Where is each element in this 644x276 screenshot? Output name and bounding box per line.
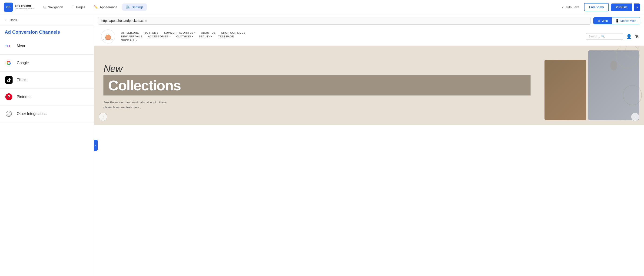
publish-button[interactable]: Publish — [611, 3, 632, 11]
site-nav-beauty[interactable]: BEAUTY ▾ — [199, 35, 212, 38]
logo-icon: CS — [4, 2, 13, 12]
svg-point-6 — [10, 115, 11, 116]
site-nav-clothing[interactable]: CLOTHING ▾ — [176, 35, 194, 38]
sidebar-item-tiktok-label: Tiktok — [17, 78, 26, 82]
site-nav-shop-lives[interactable]: SHOP OUR LIVES — [221, 31, 246, 34]
sidebar-item-google-label: Google — [17, 61, 29, 65]
mobile-view-label: Mobile Web — [620, 19, 636, 22]
hero-collections-text: Collections — [108, 77, 526, 94]
site-logo: PEACHES & POCKETS — [99, 29, 118, 43]
google-icon — [5, 59, 13, 67]
hero-images — [540, 46, 644, 125]
hero-description: Feel the modern and minimalist vibe with… — [104, 100, 173, 110]
logo-title: site creator — [15, 4, 34, 7]
preview-area: 🖥 Web 📱 Mobile Web — [94, 14, 644, 276]
url-bar: 🖥 Web 📱 Mobile Web — [94, 14, 644, 27]
site-nav-accessories[interactable]: ACCESSORIES ▾ — [148, 35, 171, 38]
hero-image-1 — [544, 60, 586, 120]
nav-item-settings-label: Settings — [132, 5, 144, 9]
web-view-button[interactable]: 🖥 Web — [594, 17, 612, 24]
nav-item-navigation[interactable]: ⊞ Navigation — [40, 3, 66, 11]
view-toggle: 🖥 Web 📱 Mobile Web — [593, 17, 640, 24]
svg-point-3 — [7, 112, 8, 113]
sidebar-item-meta-label: Meta — [17, 44, 25, 48]
site-nav-bottoms[interactable]: BOTTOMS — [144, 31, 158, 34]
other-integrations-icon — [5, 110, 13, 118]
auto-save-check-icon: ✓ — [562, 5, 564, 9]
appearance-icon: ✏️ — [94, 5, 98, 9]
sidebar-item-pinterest[interactable]: P Pinterest — [0, 88, 94, 105]
pages-icon: ☰ — [71, 5, 75, 9]
site-nav-links: ATHLEISURE BOTTOMS SUMMER FAVORITES ▾ AB… — [118, 29, 586, 43]
site-nav-new-arrivals[interactable]: NEW ARRIVALS — [121, 35, 142, 38]
site-search[interactable]: Search... 🔍 — [586, 33, 623, 40]
logo-subtitle: powered by videeo — [15, 8, 34, 10]
cart-icon[interactable]: 🛍 — [635, 34, 639, 39]
site-nav-summer[interactable]: SUMMER FAVORITES ▾ — [164, 31, 196, 34]
nav-icon: ⊞ — [43, 5, 46, 9]
sidebar-item-tiktok[interactable]: Tiktok — [0, 71, 94, 88]
sidebar-item-other[interactable]: Other Integrations — [0, 105, 94, 122]
mobile-icon: 📱 — [616, 19, 619, 22]
site-nav-shop-all[interactable]: SHOP ALL ▾ — [121, 39, 137, 41]
pinterest-icon: P — [5, 93, 13, 101]
publish-chevron-button[interactable]: ▾ — [634, 3, 640, 11]
svg-rect-1 — [5, 76, 12, 84]
user-icon[interactable]: 👤 — [626, 34, 632, 39]
mobile-view-button[interactable]: 📱 Mobile Web — [612, 17, 640, 24]
logo-area: CS site creator powered by videeo — [4, 2, 34, 12]
pinterest-logo: P — [5, 93, 12, 100]
back-arrow-icon: ← — [5, 18, 8, 22]
hero-collections-bg: Collections — [104, 75, 530, 95]
collapse-icon: « — [95, 144, 97, 147]
website-preview: PEACHES & POCKETS ATHLEISURE BOTTOMS SUM… — [94, 27, 644, 276]
meta-icon — [5, 42, 13, 50]
collapse-sidebar-tab[interactable]: « — [94, 140, 98, 151]
site-nav-right: Search... 🔍 👤 🛍 — [586, 33, 639, 40]
hero-content: New Collections Feel the modern and mini… — [94, 46, 540, 125]
site-nav-row-3: SHOP ALL ▾ — [121, 39, 582, 41]
logo-text-area: site creator powered by videeo — [15, 4, 34, 10]
nav-item-appearance-label: Appearance — [100, 5, 118, 9]
tiktok-icon — [5, 76, 13, 84]
sidebar-item-other-label: Other Integrations — [17, 112, 46, 116]
nav-item-pages[interactable]: ☰ Pages — [68, 3, 88, 11]
sidebar-item-google[interactable]: Google — [0, 55, 94, 71]
auto-save-label: Auto Save — [566, 5, 579, 9]
sidebar-item-meta[interactable]: Meta — [0, 38, 94, 55]
sidebar: ← Back Ad Conversion Channels — [0, 14, 94, 276]
hero-image-2 — [588, 50, 639, 120]
hero-new-text: New — [104, 63, 530, 74]
settings-icon: ⚙️ — [126, 5, 130, 9]
svg-point-5 — [7, 115, 8, 116]
url-input[interactable] — [98, 17, 590, 25]
site-nav-row-1: ATHLEISURE BOTTOMS SUMMER FAVORITES ▾ AB… — [121, 31, 582, 34]
nav-item-appearance[interactable]: ✏️ Appearance — [90, 3, 121, 11]
hero-section: New Collections Feel the modern and mini… — [94, 46, 644, 125]
top-navigation: CS site creator powered by videeo ⊞ Navi… — [0, 0, 644, 14]
svg-text:PEACHES & POCKETS: PEACHES & POCKETS — [103, 39, 113, 40]
sidebar-item-pinterest-label: Pinterest — [17, 95, 32, 99]
web-view-label: Web — [602, 19, 608, 22]
nav-item-pages-label: Pages — [76, 5, 85, 9]
hero-next-button[interactable]: › — [631, 113, 639, 121]
nav-item-navigation-label: Navigation — [48, 5, 63, 9]
search-icon: 🔍 — [601, 35, 605, 38]
live-view-button[interactable]: Live View — [584, 3, 609, 11]
sidebar-title: Ad Conversion Channels — [0, 26, 94, 38]
site-nav-row-2: NEW ARRIVALS ACCESSORIES ▾ CLOTHING ▾ BE… — [121, 35, 582, 38]
monitor-icon: 🖥 — [597, 19, 600, 22]
site-navigation: PEACHES & POCKETS ATHLEISURE BOTTOMS SUM… — [94, 27, 644, 46]
auto-save-area: ✓ Auto Save — [562, 5, 579, 9]
sidebar-items: Meta Google — [0, 38, 94, 276]
back-label: Back — [10, 18, 17, 22]
site-nav-about[interactable]: ABOUT US — [201, 31, 216, 34]
site-search-placeholder: Search... — [589, 35, 600, 38]
site-nav-test-page[interactable]: TEST PAGE — [218, 35, 234, 38]
main-layout: ← Back Ad Conversion Channels — [0, 14, 644, 276]
site-nav-athleisure[interactable]: ATHLEISURE — [121, 31, 139, 34]
site-logo-circle: PEACHES & POCKETS — [101, 29, 115, 43]
back-button[interactable]: ← Back — [0, 14, 94, 26]
nav-item-settings[interactable]: ⚙️ Settings — [122, 3, 147, 11]
svg-point-4 — [10, 112, 11, 113]
